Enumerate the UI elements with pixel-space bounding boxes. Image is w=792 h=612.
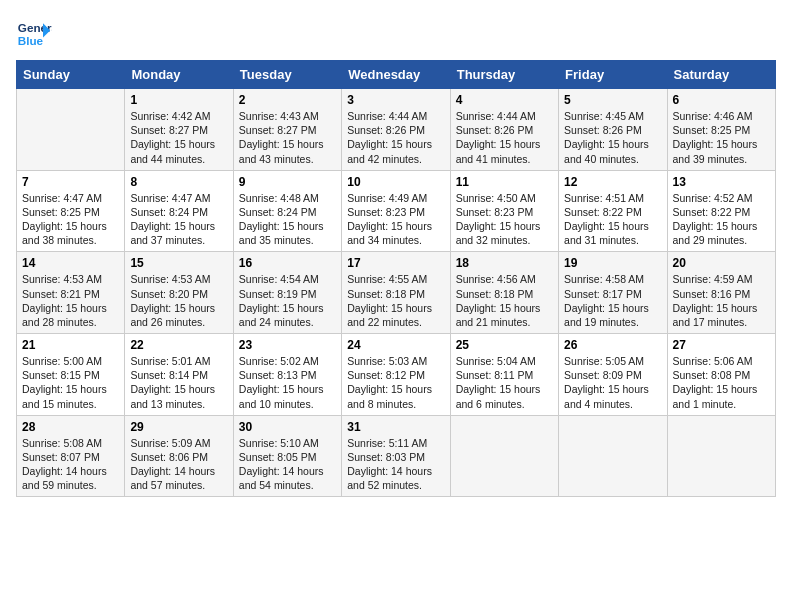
day-info: Sunrise: 4:54 AMSunset: 8:19 PMDaylight:…	[239, 272, 336, 329]
weekday-header: Wednesday	[342, 61, 450, 89]
calendar-cell	[559, 415, 667, 497]
day-number: 3	[347, 93, 444, 107]
day-number: 19	[564, 256, 661, 270]
day-number: 13	[673, 175, 770, 189]
day-info: Sunrise: 4:59 AMSunset: 8:16 PMDaylight:…	[673, 272, 770, 329]
calendar-cell: 19Sunrise: 4:58 AMSunset: 8:17 PMDayligh…	[559, 252, 667, 334]
weekday-header: Thursday	[450, 61, 558, 89]
day-number: 30	[239, 420, 336, 434]
day-number: 22	[130, 338, 227, 352]
calendar-cell: 24Sunrise: 5:03 AMSunset: 8:12 PMDayligh…	[342, 334, 450, 416]
day-number: 1	[130, 93, 227, 107]
calendar-cell: 27Sunrise: 5:06 AMSunset: 8:08 PMDayligh…	[667, 334, 775, 416]
calendar-cell: 15Sunrise: 4:53 AMSunset: 8:20 PMDayligh…	[125, 252, 233, 334]
day-number: 26	[564, 338, 661, 352]
day-info: Sunrise: 5:02 AMSunset: 8:13 PMDaylight:…	[239, 354, 336, 411]
day-info: Sunrise: 5:04 AMSunset: 8:11 PMDaylight:…	[456, 354, 553, 411]
weekday-header: Saturday	[667, 61, 775, 89]
day-info: Sunrise: 5:10 AMSunset: 8:05 PMDaylight:…	[239, 436, 336, 493]
weekday-header: Friday	[559, 61, 667, 89]
day-number: 25	[456, 338, 553, 352]
calendar-cell: 11Sunrise: 4:50 AMSunset: 8:23 PMDayligh…	[450, 170, 558, 252]
day-number: 6	[673, 93, 770, 107]
weekday-header: Monday	[125, 61, 233, 89]
day-info: Sunrise: 5:11 AMSunset: 8:03 PMDaylight:…	[347, 436, 444, 493]
calendar-cell: 2Sunrise: 4:43 AMSunset: 8:27 PMDaylight…	[233, 89, 341, 171]
day-number: 17	[347, 256, 444, 270]
day-info: Sunrise: 4:43 AMSunset: 8:27 PMDaylight:…	[239, 109, 336, 166]
day-info: Sunrise: 4:55 AMSunset: 8:18 PMDaylight:…	[347, 272, 444, 329]
calendar-cell: 1Sunrise: 4:42 AMSunset: 8:27 PMDaylight…	[125, 89, 233, 171]
calendar-cell: 29Sunrise: 5:09 AMSunset: 8:06 PMDayligh…	[125, 415, 233, 497]
calendar-cell: 12Sunrise: 4:51 AMSunset: 8:22 PMDayligh…	[559, 170, 667, 252]
day-info: Sunrise: 5:05 AMSunset: 8:09 PMDaylight:…	[564, 354, 661, 411]
day-info: Sunrise: 5:08 AMSunset: 8:07 PMDaylight:…	[22, 436, 119, 493]
day-info: Sunrise: 4:44 AMSunset: 8:26 PMDaylight:…	[347, 109, 444, 166]
day-number: 29	[130, 420, 227, 434]
day-number: 27	[673, 338, 770, 352]
day-number: 14	[22, 256, 119, 270]
day-info: Sunrise: 5:03 AMSunset: 8:12 PMDaylight:…	[347, 354, 444, 411]
day-info: Sunrise: 4:53 AMSunset: 8:20 PMDaylight:…	[130, 272, 227, 329]
calendar-cell: 10Sunrise: 4:49 AMSunset: 8:23 PMDayligh…	[342, 170, 450, 252]
calendar-cell	[667, 415, 775, 497]
day-number: 8	[130, 175, 227, 189]
calendar-cell	[17, 89, 125, 171]
day-number: 11	[456, 175, 553, 189]
calendar-cell: 31Sunrise: 5:11 AMSunset: 8:03 PMDayligh…	[342, 415, 450, 497]
calendar-cell: 23Sunrise: 5:02 AMSunset: 8:13 PMDayligh…	[233, 334, 341, 416]
page-header: General Blue	[16, 16, 776, 52]
day-number: 20	[673, 256, 770, 270]
day-info: Sunrise: 4:53 AMSunset: 8:21 PMDaylight:…	[22, 272, 119, 329]
day-number: 24	[347, 338, 444, 352]
day-info: Sunrise: 4:45 AMSunset: 8:26 PMDaylight:…	[564, 109, 661, 166]
calendar-cell: 16Sunrise: 4:54 AMSunset: 8:19 PMDayligh…	[233, 252, 341, 334]
day-number: 5	[564, 93, 661, 107]
logo-icon: General Blue	[16, 16, 52, 52]
day-info: Sunrise: 5:00 AMSunset: 8:15 PMDaylight:…	[22, 354, 119, 411]
day-number: 28	[22, 420, 119, 434]
calendar-cell: 6Sunrise: 4:46 AMSunset: 8:25 PMDaylight…	[667, 89, 775, 171]
day-number: 10	[347, 175, 444, 189]
day-number: 16	[239, 256, 336, 270]
calendar-cell: 17Sunrise: 4:55 AMSunset: 8:18 PMDayligh…	[342, 252, 450, 334]
calendar-cell: 3Sunrise: 4:44 AMSunset: 8:26 PMDaylight…	[342, 89, 450, 171]
calendar-cell: 14Sunrise: 4:53 AMSunset: 8:21 PMDayligh…	[17, 252, 125, 334]
calendar-cell: 30Sunrise: 5:10 AMSunset: 8:05 PMDayligh…	[233, 415, 341, 497]
weekday-header: Tuesday	[233, 61, 341, 89]
weekday-header: Sunday	[17, 61, 125, 89]
calendar-cell: 28Sunrise: 5:08 AMSunset: 8:07 PMDayligh…	[17, 415, 125, 497]
day-number: 4	[456, 93, 553, 107]
day-number: 2	[239, 93, 336, 107]
day-info: Sunrise: 4:51 AMSunset: 8:22 PMDaylight:…	[564, 191, 661, 248]
day-info: Sunrise: 4:44 AMSunset: 8:26 PMDaylight:…	[456, 109, 553, 166]
day-number: 31	[347, 420, 444, 434]
calendar-cell: 21Sunrise: 5:00 AMSunset: 8:15 PMDayligh…	[17, 334, 125, 416]
calendar-cell: 5Sunrise: 4:45 AMSunset: 8:26 PMDaylight…	[559, 89, 667, 171]
day-number: 7	[22, 175, 119, 189]
day-info: Sunrise: 4:47 AMSunset: 8:25 PMDaylight:…	[22, 191, 119, 248]
calendar-cell: 9Sunrise: 4:48 AMSunset: 8:24 PMDaylight…	[233, 170, 341, 252]
calendar-cell: 25Sunrise: 5:04 AMSunset: 8:11 PMDayligh…	[450, 334, 558, 416]
calendar-cell: 22Sunrise: 5:01 AMSunset: 8:14 PMDayligh…	[125, 334, 233, 416]
day-number: 12	[564, 175, 661, 189]
day-number: 18	[456, 256, 553, 270]
day-info: Sunrise: 5:06 AMSunset: 8:08 PMDaylight:…	[673, 354, 770, 411]
calendar-cell: 20Sunrise: 4:59 AMSunset: 8:16 PMDayligh…	[667, 252, 775, 334]
calendar-cell: 7Sunrise: 4:47 AMSunset: 8:25 PMDaylight…	[17, 170, 125, 252]
calendar-cell: 18Sunrise: 4:56 AMSunset: 8:18 PMDayligh…	[450, 252, 558, 334]
day-number: 15	[130, 256, 227, 270]
day-info: Sunrise: 4:47 AMSunset: 8:24 PMDaylight:…	[130, 191, 227, 248]
day-info: Sunrise: 4:49 AMSunset: 8:23 PMDaylight:…	[347, 191, 444, 248]
calendar-cell: 8Sunrise: 4:47 AMSunset: 8:24 PMDaylight…	[125, 170, 233, 252]
day-info: Sunrise: 5:01 AMSunset: 8:14 PMDaylight:…	[130, 354, 227, 411]
svg-text:Blue: Blue	[18, 34, 44, 47]
calendar-cell: 13Sunrise: 4:52 AMSunset: 8:22 PMDayligh…	[667, 170, 775, 252]
day-info: Sunrise: 4:58 AMSunset: 8:17 PMDaylight:…	[564, 272, 661, 329]
logo: General Blue	[16, 16, 52, 52]
day-info: Sunrise: 4:42 AMSunset: 8:27 PMDaylight:…	[130, 109, 227, 166]
calendar-cell: 26Sunrise: 5:05 AMSunset: 8:09 PMDayligh…	[559, 334, 667, 416]
day-number: 23	[239, 338, 336, 352]
calendar-cell	[450, 415, 558, 497]
day-info: Sunrise: 4:56 AMSunset: 8:18 PMDaylight:…	[456, 272, 553, 329]
